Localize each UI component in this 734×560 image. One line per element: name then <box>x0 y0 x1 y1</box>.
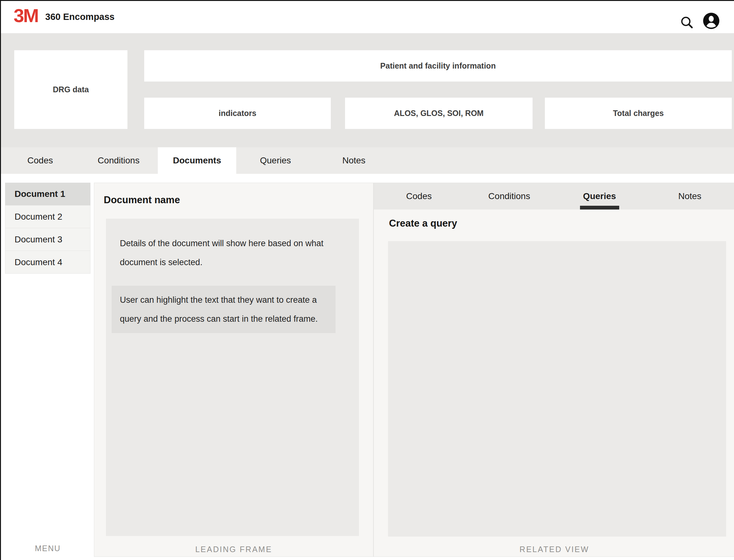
tab-queries[interactable]: Queries <box>236 147 315 174</box>
document-content-area: Details of the document will show here b… <box>106 219 359 536</box>
tab-conditions[interactable]: Conditions <box>79 147 158 174</box>
active-tab-indicator <box>580 206 619 210</box>
related-tab-notes[interactable]: Notes <box>645 183 734 210</box>
tab-codes[interactable]: Codes <box>1 147 79 174</box>
document-detail-text: Details of the document will show here b… <box>120 234 343 272</box>
app-header: 3M 360 Encompass <box>1 1 734 33</box>
related-tab-conditions-label: Conditions <box>488 191 530 201</box>
document-list-item-4[interactable]: Document 4 <box>5 251 90 274</box>
related-tab-codes-label: Codes <box>406 191 432 201</box>
document-list-item-1[interactable]: Document 1 <box>5 183 90 205</box>
search-button[interactable] <box>680 15 694 30</box>
summary-band: DRG data Patient and facility informatio… <box>1 33 734 147</box>
user-avatar-icon <box>702 25 720 31</box>
document-list-item-3[interactable]: Document 3 <box>5 228 90 251</box>
related-tab-queries-label: Queries <box>583 191 616 201</box>
indicators-card: indicators <box>144 98 331 129</box>
query-content-area <box>388 241 726 537</box>
alos-glos-soi-rom-card: ALOS, GLOS, SOI, ROM <box>345 98 533 129</box>
drg-data-card: DRG data <box>14 50 127 129</box>
drg-data-label: DRG data <box>53 85 89 94</box>
3m-logo: 3M <box>14 5 38 27</box>
patient-facility-label: Patient and facility information <box>380 61 496 70</box>
related-view-panel: Codes Conditions Queries Notes Create a … <box>374 183 734 557</box>
related-tab-queries[interactable]: Queries <box>554 183 645 210</box>
user-avatar-button[interactable] <box>702 12 720 30</box>
indicators-label: indicators <box>218 109 256 118</box>
search-icon <box>680 25 694 31</box>
main-tab-bar: Codes Conditions Documents Queries Notes <box>1 147 734 174</box>
highlighted-text-selection[interactable]: User can highlight the text that they wa… <box>112 286 335 333</box>
app-window: 3M 360 Encompass DRG data <box>0 0 734 560</box>
related-tab-conditions[interactable]: Conditions <box>464 183 555 210</box>
leading-frame-footer-label: LEADING FRAME <box>94 545 373 554</box>
related-tab-notes-label: Notes <box>678 191 701 201</box>
document-list-item-2[interactable]: Document 2 <box>5 205 90 228</box>
tab-documents[interactable]: Documents <box>158 147 236 177</box>
related-tab-codes[interactable]: Codes <box>374 183 464 210</box>
alos-glos-soi-rom-label: ALOS, GLOS, SOI, ROM <box>394 109 484 118</box>
app-title: 360 Encompass <box>45 12 114 22</box>
tab-notes[interactable]: Notes <box>315 147 393 174</box>
total-charges-label: Total charges <box>613 109 664 118</box>
leading-frame-panel: Document name Details of the document wi… <box>94 183 374 557</box>
document-name-title: Document name <box>104 194 180 206</box>
total-charges-card: Total charges <box>545 98 732 129</box>
create-query-title: Create a query <box>389 218 457 229</box>
menu-footer-label: MENU <box>5 544 90 553</box>
related-view-footer-label: RELATED VIEW <box>374 545 734 554</box>
patient-facility-card: Patient and facility information <box>144 50 732 82</box>
document-list: Document 1 Document 2 Document 3 Documen… <box>5 183 90 274</box>
highlighted-text: User can highlight the text that they wa… <box>120 290 334 328</box>
related-view-tab-bar: Codes Conditions Queries Notes <box>374 183 734 210</box>
